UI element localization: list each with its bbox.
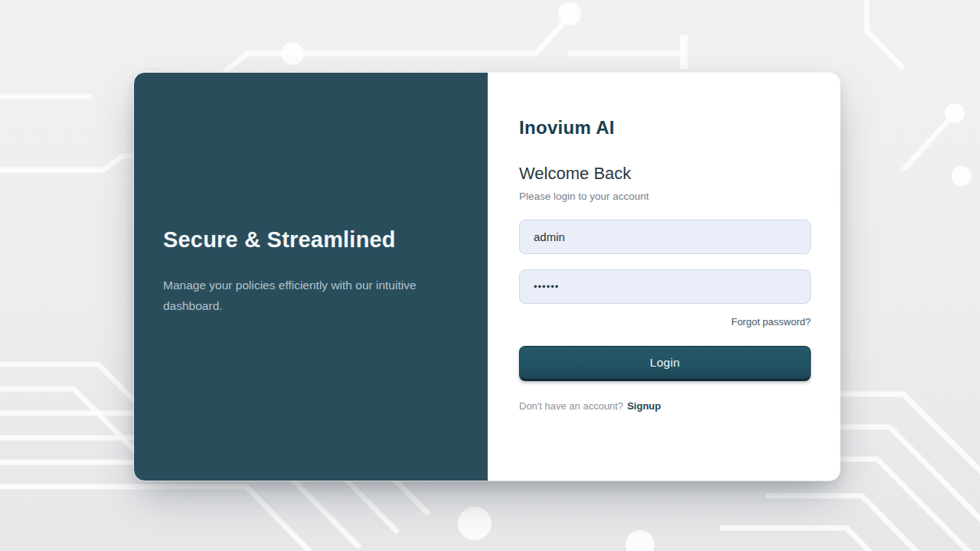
- forgot-password-row: Forgot password?: [519, 315, 811, 328]
- login-form-panel: Inovium AI Welcome Back Please login to …: [488, 73, 840, 481]
- forgot-password-link[interactable]: Forgot password?: [731, 316, 811, 328]
- brand-title: Inovium AI: [519, 117, 811, 139]
- password-input[interactable]: [519, 269, 811, 304]
- signup-row: Don't have an account?Signup: [519, 400, 811, 412]
- welcome-heading: Welcome Back: [519, 164, 811, 184]
- welcome-subtext: Please login to your account: [519, 191, 811, 202]
- brand-panel-description: Manage your policies efficiently with ou…: [163, 276, 448, 316]
- brand-panel: Secure & Streamlined Manage your policie…: [134, 73, 488, 481]
- login-button[interactable]: Login: [519, 346, 811, 381]
- username-input[interactable]: [519, 220, 811, 254]
- login-card: Secure & Streamlined Manage your policie…: [134, 73, 840, 481]
- signup-link[interactable]: Signup: [627, 400, 661, 412]
- brand-panel-heading: Secure & Streamlined: [163, 227, 454, 253]
- signup-prompt: Don't have an account?: [519, 400, 623, 412]
